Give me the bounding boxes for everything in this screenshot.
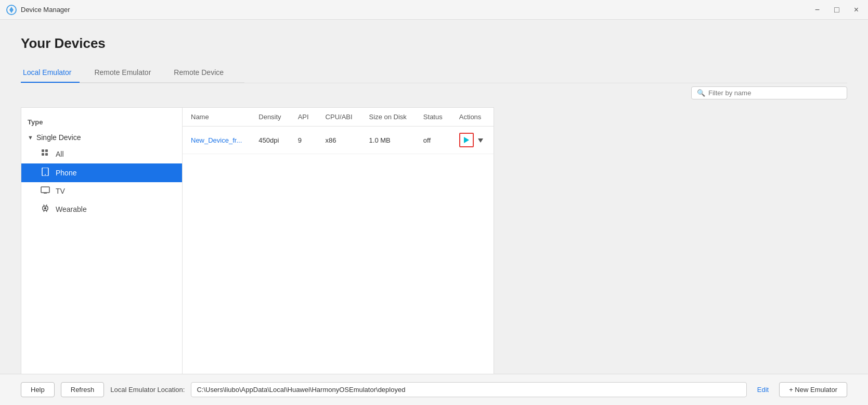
device-api-cell: 9 (290, 126, 317, 154)
device-cpu-cell: x86 (317, 126, 361, 154)
col-actions: Actions (451, 108, 494, 126)
svg-line-14 (46, 210, 47, 212)
minimize-button[interactable]: − (812, 4, 823, 16)
table-header-row: Name Density API CPU/ABI Size on Disk St… (183, 108, 494, 126)
title-bar: Device Manager − □ × (0, 0, 868, 20)
title-bar-left: Device Manager (6, 5, 70, 15)
single-device-label: Single Device (36, 133, 81, 142)
device-density-cell: 450dpi (250, 126, 289, 154)
col-cpu: CPU/ABI (317, 108, 361, 126)
location-input[interactable] (191, 382, 746, 397)
filter-input[interactable] (708, 89, 841, 97)
svg-rect-7 (41, 187, 49, 193)
svg-rect-3 (42, 153, 44, 156)
workspace: Type ▼ Single Device All (0, 107, 868, 374)
help-button[interactable]: Help (21, 382, 55, 397)
col-name: Name (183, 108, 250, 126)
sidebar-item-phone[interactable]: Phone (21, 163, 182, 182)
devices-table: Name Density API CPU/ABI Size on Disk St… (183, 108, 494, 154)
svg-rect-1 (42, 149, 44, 152)
filter-container: 🔍 (691, 86, 847, 99)
device-status-cell: off (415, 126, 451, 154)
device-actions-cell (451, 126, 494, 154)
svg-line-11 (44, 205, 44, 206)
content-area: Type ▼ Single Device All (21, 107, 494, 388)
sidebar-all-label: All (56, 150, 64, 158)
sidebar-item-wearable[interactable]: Wearable (21, 200, 182, 219)
app-logo-icon (6, 5, 17, 15)
sidebar-item-all[interactable]: All (21, 145, 182, 163)
grid-icon (40, 149, 50, 159)
device-name-cell: New_Device_fr... (183, 126, 250, 154)
actions-container (459, 133, 485, 147)
edit-link[interactable]: Edit (757, 386, 769, 394)
maximize-button[interactable]: □ (831, 4, 843, 16)
actions-dropdown-button[interactable] (476, 135, 485, 145)
sidebar-tv-label: TV (56, 187, 65, 195)
close-button[interactable]: × (851, 4, 862, 16)
svg-rect-2 (45, 149, 48, 152)
watch-icon (40, 204, 50, 214)
tv-icon (40, 186, 50, 196)
sidebar-phone-label: Phone (56, 169, 76, 177)
sidebar-item-tv[interactable]: TV (21, 182, 182, 200)
main-panel: Name Density API CPU/ABI Size on Disk St… (183, 108, 494, 388)
device-table: Name Density API CPU/ABI Size on Disk St… (183, 108, 494, 388)
phone-icon (40, 168, 50, 178)
sidebar-wearable-label: Wearable (56, 205, 87, 213)
location-label: Local Emulator Location: (110, 386, 185, 394)
refresh-button[interactable]: Refresh (61, 382, 105, 397)
device-size-cell: 1.0 MB (361, 126, 415, 154)
bottom-bar: Help Refresh Local Emulator Location: Ed… (0, 374, 868, 405)
svg-marker-17 (478, 138, 483, 143)
svg-point-15 (45, 208, 46, 209)
sidebar: Type ▼ Single Device All (21, 108, 183, 388)
col-density: Density (250, 108, 289, 126)
single-device-section[interactable]: ▼ Single Device (21, 130, 182, 145)
title-bar-controls: − □ × (812, 4, 862, 16)
filter-bar: 🔍 (691, 86, 847, 99)
chevron-down-icon: ▼ (28, 134, 33, 141)
type-header: Type (21, 114, 182, 130)
svg-marker-16 (464, 137, 469, 143)
col-api: API (290, 108, 317, 126)
svg-line-12 (46, 205, 47, 206)
new-emulator-button[interactable]: + New Emulator (779, 382, 847, 397)
table-row: New_Device_fr... 450dpi 9 x86 1.0 MB off (183, 126, 494, 154)
play-button[interactable] (459, 133, 474, 147)
svg-line-13 (44, 210, 44, 212)
app-title: Device Manager (21, 6, 70, 14)
col-status: Status (415, 108, 451, 126)
col-size: Size on Disk (361, 108, 415, 126)
search-icon: 🔍 (697, 89, 705, 97)
svg-rect-4 (45, 153, 48, 156)
svg-point-6 (45, 174, 46, 175)
device-name-link[interactable]: New_Device_fr... (191, 136, 242, 144)
